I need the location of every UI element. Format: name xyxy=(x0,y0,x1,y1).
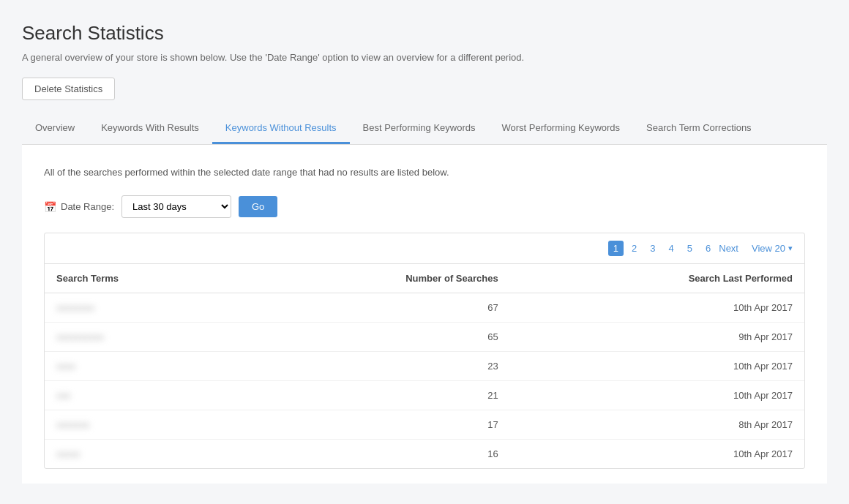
cell-term: xxx xyxy=(45,381,242,410)
go-button[interactable]: Go xyxy=(239,196,277,217)
view-select[interactable]: View 20 ▾ xyxy=(752,243,793,254)
content-inner: All of the searches performed within the… xyxy=(22,145,827,484)
col-search-last-performed: Search Last Performed xyxy=(510,264,804,293)
cell-count: 21 xyxy=(242,381,510,410)
calendar-icon: 📅 xyxy=(44,201,56,213)
tab-overview[interactable]: Overview xyxy=(22,113,88,144)
page-6[interactable]: 6 xyxy=(700,241,716,256)
tabs-nav: Overview Keywords With Results Keywords … xyxy=(22,113,827,145)
cell-term: xxxxxxxxxx xyxy=(45,323,242,352)
cell-term: xxxx xyxy=(45,352,242,381)
cell-term: xxxxxxx xyxy=(45,410,242,440)
tab-keywords-without-results[interactable]: Keywords Without Results xyxy=(212,113,350,144)
table-toolbar: 1 2 3 4 5 6 Next View 20 ▾ xyxy=(45,233,804,264)
col-search-terms: Search Terms xyxy=(45,264,242,293)
date-range-label: 📅 Date Range: xyxy=(44,201,114,213)
cell-count: 65 xyxy=(242,323,510,352)
table-row: xxxx2310th Apr 2017 xyxy=(45,352,804,381)
table-container: 1 2 3 4 5 6 Next View 20 ▾ xyxy=(44,233,805,469)
page-subtitle: A general overview of your store is show… xyxy=(22,52,827,63)
cell-date: 10th Apr 2017 xyxy=(510,381,804,410)
content-area: All of the searches performed within the… xyxy=(22,145,827,484)
cell-date: 10th Apr 2017 xyxy=(510,352,804,381)
page-3[interactable]: 3 xyxy=(645,241,660,256)
col-number-searches: Number of Searches xyxy=(242,264,510,293)
table-row: xxxxxxxxxx659th Apr 2017 xyxy=(45,323,804,352)
results-table: Search Terms Number of Searches Search L… xyxy=(45,264,804,468)
cell-term: xxxxx xyxy=(45,440,242,469)
page-container: Search Statistics A general overview of … xyxy=(0,0,849,504)
tab-search-term-corrections[interactable]: Search Term Corrections xyxy=(633,113,765,144)
page-5[interactable]: 5 xyxy=(682,241,697,256)
table-row: xxxxx1610th Apr 2017 xyxy=(45,440,804,469)
delete-statistics-button[interactable]: Delete Statistics xyxy=(22,78,115,100)
cell-count: 16 xyxy=(242,440,510,469)
cell-date: 8th Apr 2017 xyxy=(510,410,804,440)
chevron-down-icon: ▾ xyxy=(788,244,793,253)
date-range-select[interactable]: Last 30 days Last 7 days Last 90 days La… xyxy=(121,195,231,218)
table-row: xxxxxxx178th Apr 2017 xyxy=(45,410,804,440)
next-page-button[interactable]: Next xyxy=(719,243,738,254)
cell-date: 10th Apr 2017 xyxy=(510,440,804,469)
tab-best-performing[interactable]: Best Performing Keywords xyxy=(350,113,489,144)
cell-date: 10th Apr 2017 xyxy=(510,293,804,323)
content-description: All of the searches performed within the… xyxy=(44,167,805,178)
table-header-row: Search Terms Number of Searches Search L… xyxy=(45,264,804,293)
tab-worst-performing[interactable]: Worst Performing Keywords xyxy=(488,113,633,144)
table-row: xxxxxxxx6710th Apr 2017 xyxy=(45,293,804,323)
cell-count: 17 xyxy=(242,410,510,440)
table-body: xxxxxxxx6710th Apr 2017xxxxxxxxxx659th A… xyxy=(45,293,804,469)
page-2[interactable]: 2 xyxy=(627,241,642,256)
view-label: View 20 xyxy=(752,243,785,254)
cell-date: 9th Apr 2017 xyxy=(510,323,804,352)
filter-row: 📅 Date Range: Last 30 days Last 7 days L… xyxy=(44,195,805,218)
page-title: Search Statistics xyxy=(22,22,827,45)
cell-term: xxxxxxxx xyxy=(45,293,242,323)
page-1[interactable]: 1 xyxy=(608,241,624,256)
cell-count: 23 xyxy=(242,352,510,381)
page-4[interactable]: 4 xyxy=(664,241,679,256)
pagination: 1 2 3 4 5 6 Next xyxy=(608,241,738,256)
cell-count: 67 xyxy=(242,293,510,323)
tab-keywords-with-results[interactable]: Keywords With Results xyxy=(88,113,212,144)
table-row: xxx2110th Apr 2017 xyxy=(45,381,804,410)
